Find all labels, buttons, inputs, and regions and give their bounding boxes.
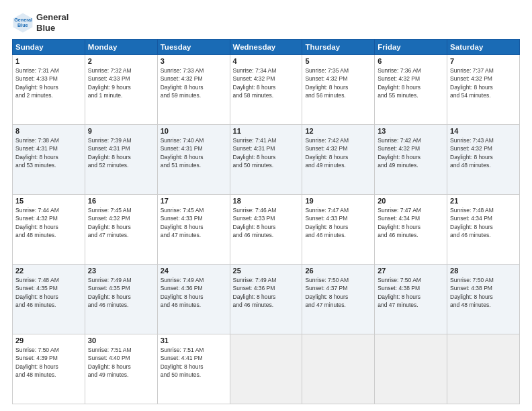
col-header-monday: Monday <box>85 40 157 55</box>
day-number: 5 <box>305 57 371 65</box>
calendar-cell <box>447 334 520 404</box>
day-number: 24 <box>161 267 227 275</box>
calendar-cell: 11Sunrise: 7:41 AM Sunset: 4:31 PM Dayli… <box>230 125 302 195</box>
day-number: 8 <box>15 127 82 135</box>
day-info: Sunrise: 7:51 AM Sunset: 4:41 PM Dayligh… <box>161 346 227 379</box>
calendar-cell: 2Sunrise: 7:32 AM Sunset: 4:33 PM Daylig… <box>85 55 157 125</box>
day-number: 14 <box>450 127 517 135</box>
day-number: 13 <box>378 127 444 135</box>
day-number: 7 <box>450 57 517 65</box>
day-info: Sunrise: 7:33 AM Sunset: 4:32 PM Dayligh… <box>161 66 227 99</box>
calendar-cell: 15Sunrise: 7:44 AM Sunset: 4:32 PM Dayli… <box>13 195 85 265</box>
logo-text: General Blue <box>36 12 69 33</box>
page: General Blue General Blue SundayMondayTu… <box>0 0 532 411</box>
calendar-cell: 17Sunrise: 7:45 AM Sunset: 4:33 PM Dayli… <box>157 195 230 265</box>
day-number: 16 <box>88 197 154 205</box>
day-info: Sunrise: 7:31 AM Sunset: 4:33 PM Dayligh… <box>15 66 82 99</box>
calendar-cell: 24Sunrise: 7:49 AM Sunset: 4:36 PM Dayli… <box>157 265 230 334</box>
calendar-cell: 31Sunrise: 7:51 AM Sunset: 4:41 PM Dayli… <box>157 334 230 404</box>
day-number: 4 <box>233 57 300 65</box>
header-row: SundayMondayTuesdayWednesdayThursdayFrid… <box>13 40 520 55</box>
day-number: 20 <box>378 197 444 205</box>
calendar-cell: 3Sunrise: 7:33 AM Sunset: 4:32 PM Daylig… <box>157 55 230 125</box>
col-header-tuesday: Tuesday <box>157 40 230 55</box>
day-info: Sunrise: 7:50 AM Sunset: 4:39 PM Dayligh… <box>15 346 82 379</box>
day-info: Sunrise: 7:42 AM Sunset: 4:32 PM Dayligh… <box>305 136 371 169</box>
col-header-saturday: Saturday <box>447 40 520 55</box>
day-info: Sunrise: 7:48 AM Sunset: 4:35 PM Dayligh… <box>15 276 82 309</box>
day-number: 18 <box>233 197 300 205</box>
day-number: 29 <box>15 336 82 345</box>
calendar-cell <box>375 334 447 404</box>
day-info: Sunrise: 7:34 AM Sunset: 4:32 PM Dayligh… <box>233 66 300 99</box>
day-info: Sunrise: 7:37 AM Sunset: 4:32 PM Dayligh… <box>450 66 517 99</box>
calendar-cell: 9Sunrise: 7:39 AM Sunset: 4:31 PM Daylig… <box>85 125 157 195</box>
day-number: 11 <box>233 127 300 135</box>
calendar-cell: 13Sunrise: 7:42 AM Sunset: 4:32 PM Dayli… <box>375 125 447 195</box>
day-number: 30 <box>88 336 154 345</box>
week-row-1: 1Sunrise: 7:31 AM Sunset: 4:33 PM Daylig… <box>13 55 520 125</box>
calendar-cell: 12Sunrise: 7:42 AM Sunset: 4:32 PM Dayli… <box>302 125 375 195</box>
calendar-cell: 28Sunrise: 7:50 AM Sunset: 4:38 PM Dayli… <box>447 265 520 334</box>
day-info: Sunrise: 7:38 AM Sunset: 4:31 PM Dayligh… <box>15 136 82 169</box>
day-number: 10 <box>161 127 227 135</box>
day-number: 22 <box>15 267 82 275</box>
calendar-cell: 1Sunrise: 7:31 AM Sunset: 4:33 PM Daylig… <box>13 55 85 125</box>
calendar-cell: 20Sunrise: 7:47 AM Sunset: 4:34 PM Dayli… <box>375 195 447 265</box>
calendar-cell: 26Sunrise: 7:50 AM Sunset: 4:37 PM Dayli… <box>302 265 375 334</box>
day-number: 15 <box>15 197 82 205</box>
day-number: 1 <box>15 57 82 65</box>
calendar-cell: 18Sunrise: 7:46 AM Sunset: 4:33 PM Dayli… <box>230 195 302 265</box>
calendar-cell: 7Sunrise: 7:37 AM Sunset: 4:32 PM Daylig… <box>447 55 520 125</box>
day-number: 31 <box>161 336 227 345</box>
day-info: Sunrise: 7:35 AM Sunset: 4:32 PM Dayligh… <box>305 66 371 99</box>
calendar-cell: 5Sunrise: 7:35 AM Sunset: 4:32 PM Daylig… <box>302 55 375 125</box>
day-info: Sunrise: 7:50 AM Sunset: 4:37 PM Dayligh… <box>305 276 371 309</box>
day-number: 25 <box>233 267 300 275</box>
header: General Blue General Blue <box>12 12 520 34</box>
day-info: Sunrise: 7:46 AM Sunset: 4:33 PM Dayligh… <box>233 206 300 239</box>
day-info: Sunrise: 7:44 AM Sunset: 4:32 PM Dayligh… <box>15 206 82 239</box>
calendar-cell: 19Sunrise: 7:47 AM Sunset: 4:33 PM Dayli… <box>302 195 375 265</box>
day-info: Sunrise: 7:48 AM Sunset: 4:34 PM Dayligh… <box>450 206 517 239</box>
col-header-sunday: Sunday <box>13 40 85 55</box>
day-info: Sunrise: 7:49 AM Sunset: 4:36 PM Dayligh… <box>161 276 227 309</box>
day-info: Sunrise: 7:47 AM Sunset: 4:34 PM Dayligh… <box>378 206 444 239</box>
calendar-cell: 21Sunrise: 7:48 AM Sunset: 4:34 PM Dayli… <box>447 195 520 265</box>
day-number: 21 <box>450 197 517 205</box>
week-row-4: 22Sunrise: 7:48 AM Sunset: 4:35 PM Dayli… <box>13 265 520 334</box>
logo: General Blue General Blue <box>12 12 69 34</box>
calendar-cell: 30Sunrise: 7:51 AM Sunset: 4:40 PM Dayli… <box>85 334 157 404</box>
day-number: 26 <box>305 267 371 275</box>
logo-icon: General Blue <box>12 12 34 34</box>
col-header-wednesday: Wednesday <box>230 40 302 55</box>
col-header-thursday: Thursday <box>302 40 375 55</box>
day-number: 27 <box>378 267 444 275</box>
day-info: Sunrise: 7:47 AM Sunset: 4:33 PM Dayligh… <box>305 206 371 239</box>
calendar-cell: 22Sunrise: 7:48 AM Sunset: 4:35 PM Dayli… <box>13 265 85 334</box>
day-number: 9 <box>88 127 154 135</box>
calendar-cell: 29Sunrise: 7:50 AM Sunset: 4:39 PM Dayli… <box>13 334 85 404</box>
day-number: 28 <box>450 267 517 275</box>
day-info: Sunrise: 7:50 AM Sunset: 4:38 PM Dayligh… <box>450 276 517 309</box>
calendar-cell: 4Sunrise: 7:34 AM Sunset: 4:32 PM Daylig… <box>230 55 302 125</box>
day-info: Sunrise: 7:42 AM Sunset: 4:32 PM Dayligh… <box>378 136 444 169</box>
day-number: 2 <box>88 57 154 65</box>
calendar-cell: 8Sunrise: 7:38 AM Sunset: 4:31 PM Daylig… <box>13 125 85 195</box>
day-info: Sunrise: 7:45 AM Sunset: 4:32 PM Dayligh… <box>88 206 154 239</box>
week-row-3: 15Sunrise: 7:44 AM Sunset: 4:32 PM Dayli… <box>13 195 520 265</box>
day-info: Sunrise: 7:43 AM Sunset: 4:32 PM Dayligh… <box>450 136 517 169</box>
col-header-friday: Friday <box>375 40 447 55</box>
calendar-table: SundayMondayTuesdayWednesdayThursdayFrid… <box>12 39 520 404</box>
calendar-cell: 10Sunrise: 7:40 AM Sunset: 4:31 PM Dayli… <box>157 125 230 195</box>
day-info: Sunrise: 7:50 AM Sunset: 4:38 PM Dayligh… <box>378 276 444 309</box>
day-info: Sunrise: 7:39 AM Sunset: 4:31 PM Dayligh… <box>88 136 154 169</box>
svg-text:General: General <box>14 17 32 23</box>
svg-text:Blue: Blue <box>17 22 28 28</box>
calendar-cell: 6Sunrise: 7:36 AM Sunset: 4:32 PM Daylig… <box>375 55 447 125</box>
day-number: 6 <box>378 57 444 65</box>
day-info: Sunrise: 7:36 AM Sunset: 4:32 PM Dayligh… <box>378 66 444 99</box>
day-number: 17 <box>161 197 227 205</box>
day-number: 3 <box>161 57 227 65</box>
day-info: Sunrise: 7:41 AM Sunset: 4:31 PM Dayligh… <box>233 136 300 169</box>
